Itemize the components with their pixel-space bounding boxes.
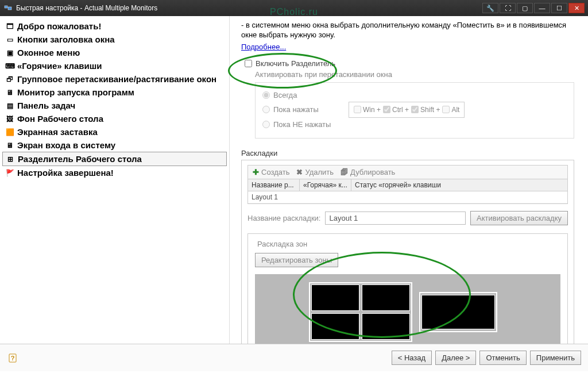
col-name[interactable]: Название р... (248, 179, 300, 191)
sidebar-item-icon: ▭ (6, 36, 14, 44)
sidebar-item-icon: ⌨ (6, 62, 14, 70)
sidebar-item-label: Настройка завершена! (17, 168, 114, 178)
radio-always-input[interactable] (262, 91, 270, 99)
sidebar-item-label: Экран входа в систему (17, 140, 115, 150)
grid-header: Название р... «Горячая» к... Статус «гор… (248, 179, 567, 191)
content-panel: - в системном меню окна выбрать дополнит… (230, 16, 588, 344)
sidebar-item-label: Монитор запуска программ (17, 87, 134, 97)
svg-rect-1 (8, 7, 11, 10)
titlebar-extra-1[interactable]: 🔧 (482, 3, 498, 13)
sidebar-item-icon: 🖥 (6, 141, 14, 149)
edit-zones-button[interactable]: Редактировать зоны (255, 253, 338, 267)
maximize-button[interactable]: ☐ (551, 3, 567, 13)
sidebar-item-icon: ▤ (6, 102, 14, 110)
sidebar-item-3[interactable]: ⌨«Горячие» клавиши (2, 59, 227, 72)
sidebar-item-icon: 🖥 (6, 89, 14, 97)
sidebar-item-8[interactable]: 🟧Экранная заставка (2, 125, 227, 139)
close-button[interactable]: ✕ (568, 3, 585, 13)
zones-title: Раскладка зон (255, 240, 310, 248)
sidebar-item-5[interactable]: 🖥Монитор запуска программ (2, 86, 227, 99)
sidebar-item-7[interactable]: 🖼Фон Рабочего стола (2, 112, 227, 125)
enable-divider-checkbox[interactable]: Включить Разделитель (245, 59, 574, 68)
delete-layout-button[interactable]: ✖Удалить (296, 168, 334, 176)
zone-cell (311, 284, 359, 311)
zones-preview (255, 274, 560, 344)
duplicate-layout-button[interactable]: 🗐Дублировать (341, 168, 395, 176)
create-layout-button[interactable]: ✚Создать (253, 168, 289, 176)
table-row[interactable]: Layout 1 (248, 191, 567, 203)
bottom-bar: ? < Назад Далее > Отменить Применить (0, 344, 588, 371)
titlebar-extra-2[interactable]: ⛶ (500, 3, 516, 13)
sidebar-item-label: Фон Рабочего стола (17, 114, 103, 124)
zone-cell (362, 284, 410, 311)
enable-divider-label: Включить Разделитель (256, 59, 335, 68)
table-cell (300, 191, 351, 203)
radio-while-pressed-input[interactable] (262, 106, 270, 113)
mod-win[interactable]: Win + (354, 106, 381, 114)
mod-alt[interactable]: Alt (442, 106, 459, 114)
sidebar-item-2[interactable]: ▣Оконное меню (2, 46, 227, 59)
sidebar-item-label: «Горячие» клавиши (17, 61, 102, 71)
sidebar-item-icon: ⊞ (6, 155, 14, 163)
zones-fieldset: Раскладка зон Редактировать зоны (247, 233, 568, 344)
sidebar-item-label: Разделитель Рабочего стола (18, 154, 142, 164)
app-icon (3, 3, 13, 13)
sidebar-item-1[interactable]: ▭Кнопки заголовка окна (2, 33, 227, 46)
radio-always[interactable]: Всегда (262, 91, 567, 99)
x-icon: ✖ (296, 168, 303, 176)
sidebar-item-label: Панель задач (17, 101, 75, 110)
copy-icon: 🗐 (341, 168, 348, 176)
sidebar-item-icon: 🗗 (6, 75, 14, 83)
window-title: Быстрая настройка - Actual Multiple Moni… (16, 4, 157, 12)
sidebar-item-11[interactable]: 🚩Настройка завершена! (2, 166, 227, 179)
col-status[interactable]: Статус «горячей» клавиши (351, 179, 567, 191)
sidebar-item-icon: ▣ (6, 49, 14, 57)
mod-ctrl[interactable]: Ctrl + (383, 106, 409, 114)
sidebar-item-6[interactable]: ▤Панель задач (2, 99, 227, 112)
titlebar-buttons: 🔧 ⛶ ▢ — ☐ ✕ (482, 3, 585, 13)
apply-button[interactable]: Применить (530, 351, 581, 365)
sidebar-item-10[interactable]: ⊞Разделитель Рабочего стола (2, 152, 227, 166)
zone-cell (362, 313, 410, 340)
col-hotkey[interactable]: «Горячая» к... (300, 179, 351, 191)
sidebar-item-icon: 🚩 (6, 169, 14, 177)
radio-while-not-pressed[interactable]: Пока НЕ нажаты (262, 120, 567, 129)
next-button[interactable]: Далее > (435, 351, 476, 365)
radio-while-pressed[interactable]: Пока нажаты (262, 105, 343, 114)
sidebar-item-icon: 🟧 (6, 128, 14, 136)
sidebar-item-4[interactable]: 🗗Групповое перетаскивание/растягивание о… (2, 72, 227, 86)
radio-while-not-pressed-input[interactable] (262, 121, 270, 128)
cancel-button[interactable]: Отменить (479, 351, 526, 365)
layouts-grid: Название р... «Горячая» к... Статус «гор… (247, 179, 568, 204)
sidebar-item-9[interactable]: 🖥Экран входа в систему (2, 139, 227, 152)
layouts-title: Раскладки (241, 149, 574, 157)
sidebar-item-label: Кнопки заголовка окна (17, 34, 115, 44)
svg-text:?: ? (11, 355, 15, 362)
sidebar-item-icon: 🖼 (6, 115, 14, 123)
plus-icon: ✚ (253, 168, 259, 176)
sidebar-item-label: Групповое перетаскивание/растягивание ок… (17, 74, 216, 84)
back-button[interactable]: < Назад (392, 351, 432, 365)
mod-shift[interactable]: Shift + (411, 106, 440, 114)
zone-cell (311, 313, 359, 340)
monitor-single-preview (419, 292, 497, 332)
svg-rect-0 (5, 6, 7, 8)
modifier-keys: Win + Ctrl + Shift + Alt (349, 102, 465, 118)
sidebar-item-0[interactable]: 🗔Добро пожаловать! (2, 20, 227, 33)
sidebar-item-icon: 🗔 (6, 22, 14, 30)
zone-cell (421, 295, 495, 329)
table-cell (351, 191, 567, 203)
enable-divider-input[interactable] (245, 60, 252, 67)
layouts-toolbar: ✚Создать ✖Удалить 🗐Дублировать (247, 165, 568, 179)
monitor-grid-preview (309, 282, 412, 342)
activate-group-title: Активировать при перетаскивании окна (255, 70, 574, 79)
more-link[interactable]: Подробнее... (241, 43, 286, 51)
sidebar-item-label: Экранная заставка (17, 127, 98, 137)
titlebar: Быстрая настройка - Actual Multiple Moni… (0, 0, 588, 16)
help-icon[interactable]: ? (7, 351, 21, 365)
titlebar-extra-3[interactable]: ▢ (517, 3, 533, 13)
activate-layout-button[interactable]: Активировать раскладку (470, 211, 568, 225)
minimize-button[interactable]: — (534, 3, 550, 13)
layout-name-input[interactable] (325, 212, 466, 225)
sidebar-item-label: Добро пожаловать! (17, 21, 101, 31)
